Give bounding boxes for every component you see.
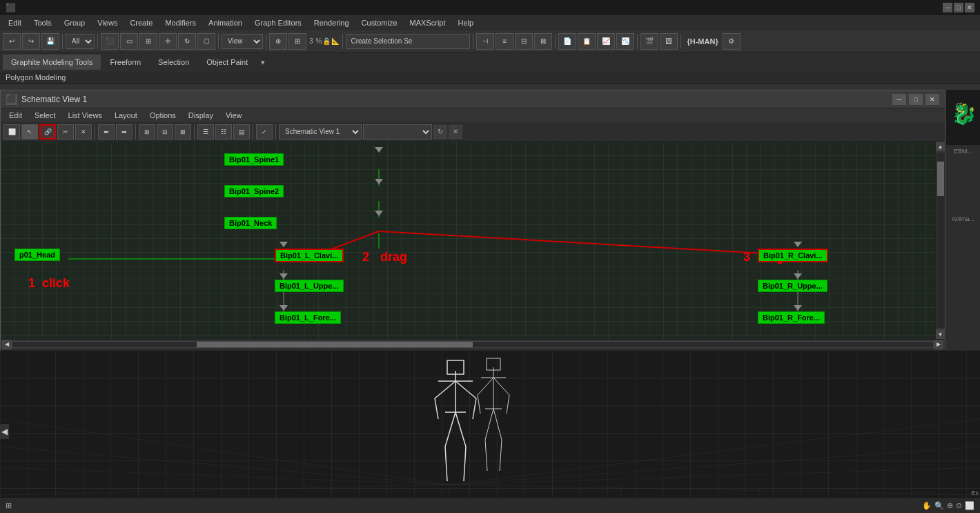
node-head[interactable]: p01_Head [14,249,60,261]
scroll-track[interactable] [937,153,945,328]
scroll-up-btn[interactable]: ▲ [936,142,945,151]
menu-group[interactable]: Group [59,17,91,28]
extra-btn[interactable]: ⚙ [723,33,741,50]
schematic-minimize[interactable]: ─ [892,94,906,105]
s-btn-link[interactable]: 🔗 [39,124,56,139]
curve-btn[interactable]: 📈 [597,33,615,50]
node-l-clavi[interactable]: Bip01_L_Clavi... [275,249,344,262]
scroll-right-btn[interactable]: ▶ [934,340,943,349]
s-btn-layout[interactable]: ☰ [197,124,214,139]
select-region-btn[interactable]: ▭ [120,33,138,50]
menu-maxscript[interactable]: MAXScript [404,17,451,28]
menu-customize[interactable]: Customize [356,17,403,28]
smenu-view[interactable]: View [220,110,248,120]
schematic-canvas[interactable]: 1 click 2 drag 3 drag p01_Head Bip01_Sp [1,142,935,339]
layer2-btn[interactable]: 📋 [578,33,596,50]
node-spine1[interactable]: Bip01_Spine1 [224,153,284,166]
zoom-icon[interactable]: 🔍 [934,501,944,510]
toolbar-extra[interactable]: ▾ [257,57,269,68]
s-filter-combo[interactable] [363,124,432,139]
rotate-btn[interactable]: ↻ [178,33,196,50]
menu-tools[interactable]: Tools [28,17,57,28]
s-view-combo[interactable]: Schematic View 1 [279,124,362,139]
menu-help[interactable]: Help [453,17,480,28]
select-window-btn[interactable]: ⊞ [139,33,157,50]
schematic-close[interactable]: ✕ [925,94,939,105]
smenu-options[interactable]: Options [144,110,182,120]
s-refresh-btn[interactable]: ↻ [433,125,447,139]
snap2-btn[interactable]: ⊞ [288,33,306,50]
close-btn[interactable]: ✕ [965,3,974,12]
render-btn[interactable]: 🎬 [640,33,658,50]
s-btn-square[interactable]: ⬜ [3,124,20,139]
viewport-left-arrow[interactable]: ◀ [0,424,9,439]
s-btn-nav[interactable]: ⬅ [98,124,115,139]
redo-btn[interactable]: ↪ [22,33,40,50]
schematic-restore[interactable]: □ [909,94,923,105]
node-l-upper[interactable]: Bip01_L_Uppe... [275,280,344,292]
tab-selection[interactable]: Selection [150,55,197,70]
minimize-btn[interactable]: ─ [943,3,952,12]
undo-btn[interactable]: ↩ [3,33,21,50]
menu-create[interactable]: Create [124,17,158,28]
tab-freeform[interactable]: Freeform [101,55,149,70]
v-scrollbar[interactable]: ▲ ▼ [935,142,945,339]
align-btn[interactable]: ≡ [496,33,513,50]
smenu-select[interactable]: Select [29,110,61,120]
node-neck[interactable]: Bip01_Neck [224,217,277,229]
select-btn[interactable]: ⬛ [101,33,119,50]
s-btn-check[interactable]: ✓ [256,124,273,139]
node-r-upper[interactable]: Bip01_R_Uppe... [758,280,827,292]
view-combo[interactable]: View [222,34,263,49]
s-btn-hier3[interactable]: ⊠ [175,124,191,139]
h-scroll-track[interactable] [12,341,934,348]
menu-views[interactable]: Views [92,17,123,28]
smenu-display[interactable]: Display [183,110,219,120]
node-spine2[interactable]: Bip01_Spine2 [224,185,284,197]
s-btn-layout2[interactable]: ☷ [215,124,232,139]
render2-btn[interactable]: 🖼 [660,33,678,50]
menu-modifiers[interactable]: Modifiers [159,17,202,28]
menu-rendering[interactable]: Rendering [308,17,355,28]
h-scrollbar[interactable]: ◀ ▶ [1,339,945,349]
node-r-fore[interactable]: Bip01_R_Fore... [758,311,825,324]
orbit-icon[interactable]: ⊙ [956,501,962,510]
smenu-layout[interactable]: Layout [109,110,143,120]
save-btn[interactable]: 💾 [41,33,59,50]
tab-graphite[interactable]: Graphite Modeling Tools [3,55,101,70]
align3-btn[interactable]: ⊠ [534,33,552,50]
s-btn-layout3[interactable]: ▤ [233,124,250,139]
s-btn-select[interactable]: ↖ [21,124,38,139]
hand-icon[interactable]: ✋ [922,501,932,510]
viewport-icon1[interactable]: ⊞ [6,501,12,510]
layer-btn[interactable]: 📄 [558,33,576,50]
s-btn-cut[interactable]: ✂ [57,124,74,139]
snap-btn[interactable]: ⊕ [269,33,287,50]
curve2-btn[interactable]: 📉 [616,33,634,50]
create-selection-set[interactable]: Create Selection Se [346,34,470,49]
align2-btn[interactable]: ⊟ [515,33,533,50]
s-btn-nav2[interactable]: ➡ [116,124,133,139]
node-l-fore[interactable]: Bip01_L_Fore... [275,311,341,324]
tab-object-paint[interactable]: Object Paint [198,55,256,70]
scale-btn[interactable]: ⬡ [197,33,215,50]
maximize-btn[interactable]: □ [954,3,963,12]
pan-icon[interactable]: ⊕ [947,501,953,510]
viewport-grid[interactable]: ◀ ⊞ ✋ 🔍 ⊕ ⊙ ⬜ Ex [0,350,980,513]
s-btn-x[interactable]: ✕ [75,124,92,139]
scroll-left-btn[interactable]: ◀ [2,340,12,349]
s-btn-hier[interactable]: ⊞ [139,124,155,139]
menu-animation[interactable]: Animation [203,17,248,28]
filter-combo[interactable]: All [66,34,95,49]
s-btn-hier2[interactable]: ⊟ [157,124,173,139]
menu-graph-editors[interactable]: Graph Editors [249,17,307,28]
mirror-btn[interactable]: ⊣ [476,33,494,50]
s-close-btn[interactable]: ✕ [449,125,462,139]
node-r-clavi[interactable]: Bip01_R_Clavi... [758,249,828,262]
smenu-edit[interactable]: Edit [3,110,28,120]
scroll-down-btn[interactable]: ▼ [936,329,945,339]
maximize-view-icon[interactable]: ⬜ [965,501,974,510]
menu-edit[interactable]: Edit [3,17,27,28]
move-btn[interactable]: ✛ [159,33,177,50]
smenu-list-views[interactable]: List Views [63,110,108,120]
